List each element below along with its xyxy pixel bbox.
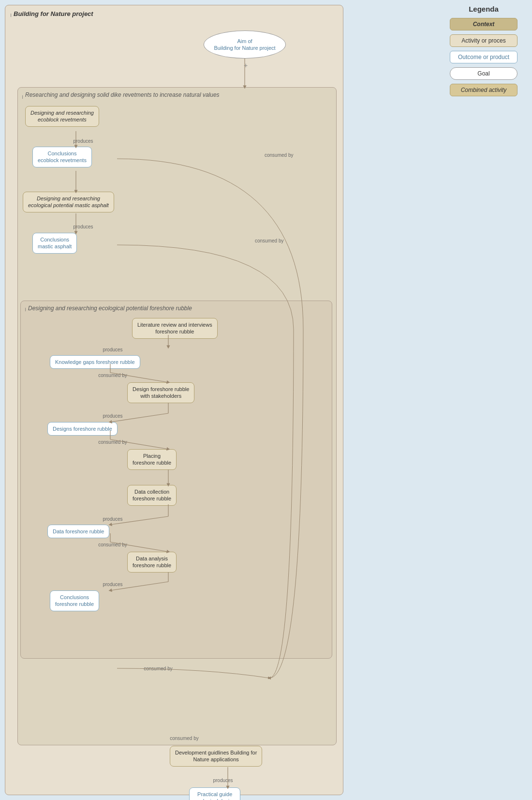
consumed-label-3: consumed by — [84, 542, 142, 547]
conclusions-ecoblock-box: Conclusionsecoblock revetments — [32, 147, 92, 167]
design-mastic-box: Designing and researchingecological pote… — [23, 192, 114, 212]
produces-label-analysis: produces — [84, 582, 142, 587]
produces-label-1: produces — [44, 138, 122, 144]
svg-text:consumed by: consumed by — [265, 152, 293, 158]
main-dots: ⁞ — [10, 13, 12, 18]
outer-container: ⁞ Researching and designing solid dike r… — [17, 87, 337, 745]
outer-dots: ⁞ — [22, 94, 23, 100]
legend-combined-label: Combined activity — [450, 84, 517, 96]
aim-node: Aim ofBuilding for Nature project — [204, 30, 286, 59]
inner-container-title: Designing and researching ecological pot… — [28, 305, 192, 312]
designs-rubble-node: Designs foreshore rubble — [47, 422, 118, 436]
consumed-by-bottom-label: consumed by — [150, 736, 218, 741]
placing-box: Placingforeshore rubble — [127, 449, 177, 470]
legend-panel: Legenda Context Activity or proces Outco… — [440, 5, 527, 100]
knowledge-gaps-box: Knowledge gaps foreshore rubble — [50, 355, 140, 369]
consumed-label-bottom: consumed by — [129, 666, 187, 671]
produces-final-label: produces — [194, 778, 252, 783]
conclusions-mastic-node: Conclusionsmastic asphalt — [32, 233, 77, 254]
data-collection-box: Data collectionforeshore rubble — [127, 485, 177, 506]
dev-guidelines-box: Development guidlines Building forNature… — [170, 746, 262, 767]
legend-activity-item: Activity or proces — [440, 34, 527, 47]
data-analysis-node: Data analysisforeshore rubble — [127, 552, 177, 573]
conclusions-rubble-node: Conclusionsforeshore rubble — [50, 590, 99, 611]
main-diagram: ⁞ Building for Nature project Aim ofBuil… — [5, 5, 343, 795]
legend-combined-item: Combined activity — [440, 84, 527, 96]
aim-label: Aim ofBuilding for Nature project — [214, 38, 275, 52]
plus-sign: + — [244, 61, 248, 69]
data-rubble-node: Data foreshore rubble — [47, 525, 109, 538]
design-ecoblock-box: Designing and researchingecoblock revetm… — [25, 106, 99, 127]
produces-label-data: produces — [84, 516, 142, 522]
legend-context-item: Context — [440, 18, 527, 30]
produces-label-2: produces — [44, 224, 122, 229]
outer-container-title: Researching and designing solid dike rev… — [25, 91, 220, 98]
placing-node: Placingforeshore rubble — [127, 449, 177, 470]
designs-rubble-box: Designs foreshore rubble — [47, 422, 118, 436]
conclusions-mastic-box: Conclusionsmastic asphalt — [32, 233, 77, 254]
consumed-label-1: consumed by — [84, 373, 142, 378]
practical-guide-node: Practical guideecological design — [189, 787, 240, 800]
lit-review-node: Literature review and interviewsforeshor… — [132, 318, 218, 339]
knowledge-gaps-node: Knowledge gaps foreshore rubble — [50, 355, 140, 369]
legend-activity-label: Activity or proces — [450, 34, 517, 47]
legend-goal-item: Goal — [440, 67, 527, 80]
design-stakeholders-box: Design foreshore rubblewith stakeholders — [127, 382, 194, 403]
conclusions-ecoblock-node: Conclusionsecoblock revetments — [32, 147, 92, 167]
design-ecoblock-node: Designing and researchingecoblock revetm… — [25, 106, 99, 127]
inner-container: ⁞ Designing and researching ecological p… — [20, 301, 332, 659]
data-analysis-box: Data analysisforeshore rubble — [127, 552, 177, 573]
consumed-label-2: consumed by — [84, 439, 142, 445]
legend-title: Legenda — [440, 5, 527, 13]
conclusions-rubble-box: Conclusionsforeshore rubble — [50, 590, 99, 611]
produces-label-lit: produces — [84, 347, 142, 352]
legend-context-label: Context — [450, 18, 517, 30]
legend-outcome-label: Outcome or product — [450, 51, 517, 63]
dev-guidelines-node: Development guidlines Building forNature… — [170, 746, 262, 767]
data-collection-node: Data collectionforeshore rubble — [127, 485, 177, 506]
main-title: Building for Nature project — [14, 10, 93, 17]
produces-label-stakeholders: produces — [84, 413, 142, 419]
design-mastic-node: Designing and researchingecological pote… — [23, 192, 114, 212]
data-rubble-box: Data foreshore rubble — [47, 525, 109, 538]
inner-dots: ⁞ — [25, 307, 26, 312]
practical-guide-box: Practical guideecological design — [189, 787, 240, 800]
legend-goal-label: Goal — [450, 67, 517, 80]
lit-review-box: Literature review and interviewsforeshor… — [132, 318, 218, 339]
legend-outcome-item: Outcome or product — [440, 51, 527, 63]
design-stakeholders-node: Design foreshore rubblewith stakeholders — [127, 382, 194, 403]
svg-text:consumed by: consumed by — [255, 238, 283, 243]
